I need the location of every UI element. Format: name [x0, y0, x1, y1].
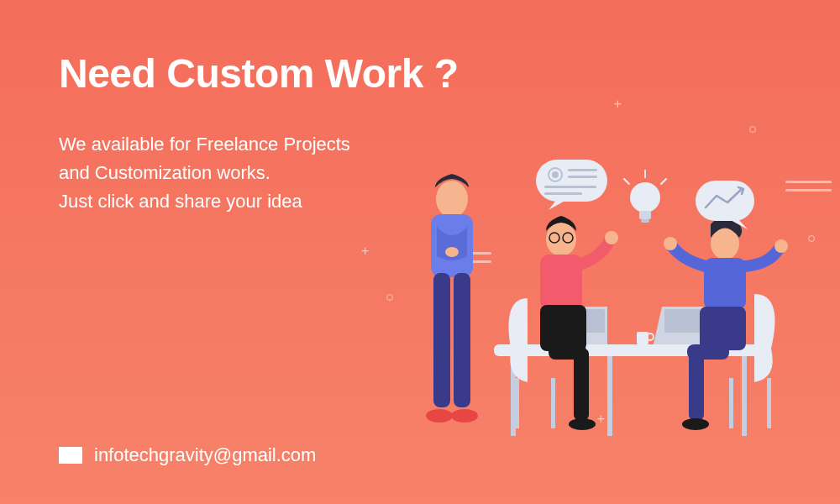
svg-rect-3	[607, 356, 612, 436]
svg-rect-17	[551, 378, 555, 428]
svg-point-36	[682, 418, 709, 430]
svg-rect-16	[515, 378, 519, 428]
svg-rect-27	[729, 378, 733, 428]
svg-rect-2	[742, 356, 747, 436]
svg-rect-28	[767, 378, 771, 428]
page-headline: Need Custom Work ?	[59, 50, 781, 97]
envelope-icon	[59, 447, 82, 464]
svg-rect-25	[574, 349, 589, 420]
svg-rect-23	[540, 305, 586, 351]
subtext-line-3: Just click and share your idea	[59, 187, 479, 216]
page-subtext: We available for Freelance Projects and …	[59, 130, 479, 216]
svg-point-15	[451, 409, 478, 423]
subtext-line-1: We available for Freelance Projects	[59, 130, 479, 159]
svg-point-14	[426, 409, 453, 423]
contact-email-text: infotechgravity@gmail.com	[94, 444, 316, 466]
subtext-line-2: and Customization works.	[59, 159, 479, 187]
svg-point-26	[569, 418, 596, 430]
svg-rect-13	[454, 273, 470, 407]
contact-email-row[interactable]: infotechgravity@gmail.com	[59, 444, 316, 466]
svg-rect-33	[700, 307, 746, 350]
svg-rect-12	[433, 273, 450, 407]
svg-rect-35	[689, 349, 704, 420]
svg-rect-5	[664, 309, 701, 333]
